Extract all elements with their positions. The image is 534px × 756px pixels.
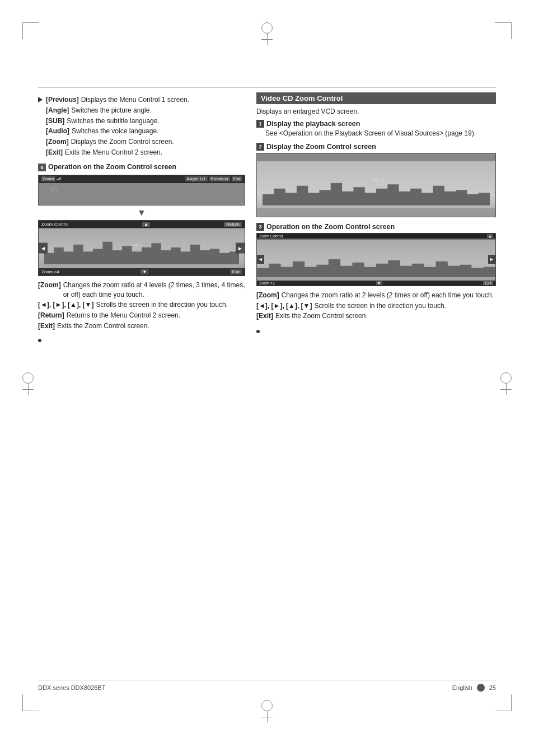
text-zoom-displays: Displays the Zoom Control screen.	[71, 137, 174, 147]
page: [Previous] Displays the Menu Control 1 s…	[0, 0, 534, 756]
s6-exit-key: [Exit]	[38, 321, 55, 331]
hand-cursor-zoom: ☜	[132, 240, 142, 253]
step3-up-btn[interactable]: ▲	[487, 234, 493, 238]
bullet-triangle	[38, 97, 43, 102]
step3-title: Operation on the Zoom Control screen	[266, 223, 395, 231]
s3-zoom-item: [Zoom] Changes the zoom ratio at 2 level…	[256, 291, 496, 300]
left-items-block: [Previous] Displays the Menu Control 1 s…	[46, 95, 189, 160]
s3-exit-key: [Exit]	[256, 311, 273, 321]
s3-arrows-key: [◄], [►], [▲], [▼]	[256, 301, 312, 311]
step3-zoom-x2: Zoom ×2	[259, 281, 275, 285]
left-bottom-bullet	[38, 335, 245, 344]
left-column: [Previous] Displays the Menu Control 1 s…	[38, 92, 245, 344]
zoom-ctrl-exit-btn[interactable]: Exit	[230, 269, 242, 274]
s6-return-key: [Return]	[38, 311, 64, 320]
item-exit-menu: [Exit] Exits the Menu Control 2 screen.	[46, 148, 189, 157]
zoom-ui-angle-btn[interactable]: Angle 1/1	[185, 176, 208, 181]
item-audio: [Audio] Switches the voice language.	[46, 127, 189, 136]
text-exit-menu: Exits the Menu Control 2 screen.	[65, 148, 162, 157]
step2-num: 2	[256, 143, 264, 151]
right-bottom-bullet	[256, 326, 496, 335]
s6-zoom-text: Changes the zoom ratio at 4 levels (2 ti…	[63, 281, 245, 300]
key-audio: [Audio]	[46, 127, 69, 136]
step1-header: 1 Display the playback screen	[256, 120, 496, 128]
footer-right: English 25	[452, 684, 496, 692]
zoom-ctrl-return-btn[interactable]: Return	[224, 222, 242, 227]
step3-exit-btn[interactable]: Exit	[483, 281, 493, 285]
zoom-ui-exit-btn-top[interactable]: Exit	[232, 176, 242, 181]
text-sub: Switches the subtitle language.	[67, 116, 159, 126]
step3-screenshot: Zoom Control ▲ ◄ ► Zoom ×2 ▼ Exit	[256, 233, 496, 286]
key-angle: [Angle]	[46, 106, 69, 115]
footer: DDX series DDX8026BT English 25	[38, 680, 496, 692]
zoom-ctrl-right-btn[interactable]: ►	[236, 242, 245, 253]
step3-down-btn[interactable]: ▼	[376, 281, 382, 285]
s6-return-item: [Return] Returns to the Menu Control 2 s…	[38, 311, 245, 320]
s6-return-text: Returns to the Menu Control 2 screen.	[67, 311, 180, 320]
item-sub: [SUB] Switches the subtitle language.	[46, 116, 189, 126]
zoom-ctrl-up-btn[interactable]: ▲	[142, 222, 150, 227]
item-previous: [Previous] Displays the Menu Control 1 s…	[46, 95, 189, 105]
s3-exit-item: [Exit] Exits the Zoom Control screen.	[256, 311, 496, 321]
step1-num: 1	[256, 120, 264, 128]
item-angle: [Angle] Switches the picture angle.	[46, 106, 189, 115]
zoom-control-screenshot: Zoom Control ▲ Return ◄ ► ☜ Zoom ×4	[38, 220, 245, 276]
arrow-down-indicator: ▼	[38, 208, 245, 218]
section6-items: [Zoom] Changes the zoom ratio at 4 level…	[38, 281, 245, 331]
right-column: Video CD Zoom Control Displays an enlarg…	[256, 92, 496, 344]
s6-exit-item: [Exit] Exits the Zoom Control screen.	[38, 321, 245, 331]
corner-mark-br	[495, 694, 512, 711]
s3-zoom-text: Changes the zoom ratio at 2 levels (2 ti…	[282, 291, 494, 300]
footer-language: English	[452, 684, 472, 691]
step1-text: See <Operation on the Playback Screen of…	[256, 129, 496, 138]
key-zoom-displays: [Zoom]	[46, 137, 69, 147]
item-zoom-displays: [Zoom] Displays the Zoom Control screen.	[46, 137, 189, 147]
zoom-ctrl-left-btn[interactable]: ◄	[39, 242, 48, 253]
s3-arrows-text: Scrolls the screen in the direction you …	[314, 301, 446, 311]
page-number: 25	[489, 684, 496, 691]
step3-header: 3 Operation on the Zoom Control screen	[256, 223, 496, 231]
step3-left-btn[interactable]: ◄	[257, 255, 264, 264]
step1-title: Display the playback screen	[266, 120, 360, 128]
s6-zoom-key: [Zoom]	[38, 281, 61, 300]
zoom-screenshot-top: Zoom 𝒹ℏ Angle 1/1 Previous Exit ☜	[38, 175, 245, 206]
zoom-ctrl-label: Zoom Control	[41, 222, 68, 227]
zoom-ctrl-down-btn[interactable]: ▼	[140, 269, 148, 274]
s6-arrows-key: [◄], [►], [▲], [▼]	[38, 300, 93, 310]
corner-mark-tr	[495, 22, 512, 39]
section6-title: Operation on the Zoom Control screen	[48, 163, 176, 171]
crosshair-right	[500, 372, 512, 384]
step2-hand-cursor: ☜	[371, 172, 384, 190]
step2-header: 2 Display the Zoom Control screen	[256, 143, 496, 151]
s3-zoom-key: [Zoom]	[256, 291, 279, 300]
s6-exit-text: Exits the Zoom Control screen.	[57, 321, 149, 331]
section6-num: 6	[38, 164, 46, 171]
crosshair-left	[22, 372, 34, 384]
key-exit-menu: [Exit]	[46, 148, 63, 157]
step3-zoom-ctrl-label: Zoom Control	[259, 234, 283, 238]
zoom-ui-zoom-label: Zoom	[41, 176, 55, 181]
step2-water	[257, 208, 495, 217]
key-sub: [SUB]	[46, 116, 64, 126]
step2-screenshot: ☜	[256, 153, 496, 217]
step3-right-btn[interactable]: ►	[488, 255, 495, 264]
content-area: [Previous] Displays the Menu Control 1 s…	[38, 87, 496, 672]
s6-arrows-text: Scrolls the screen in the direction you …	[96, 300, 227, 310]
s6-zoom-item: [Zoom] Changes the zoom ratio at 4 level…	[38, 281, 245, 300]
s3-arrows-item: [◄], [►], [▲], [▼] Scrolls the screen in…	[256, 301, 496, 311]
step3-items: [Zoom] Changes the zoom ratio at 2 level…	[256, 291, 496, 321]
corner-mark-bl	[22, 694, 39, 711]
text-audio: Switches the voice language.	[72, 127, 158, 136]
crosshair-bottom	[261, 700, 273, 711]
text-angle: Switches the picture angle.	[71, 106, 151, 115]
section6-header: 6 Operation on the Zoom Control screen	[38, 163, 245, 171]
s3-exit-text: Exits the Zoom Control screen.	[275, 311, 368, 321]
zoom-ctrl-zoom-x4: Zoom ×4	[41, 269, 59, 274]
zoom-ui-previous-btn[interactable]: Previous	[209, 176, 230, 181]
columns: [Previous] Displays the Menu Control 1 s…	[38, 92, 496, 344]
crosshair-top	[261, 22, 273, 34]
s6-arrows-item: [◄], [►], [▲], [▼] Scrolls the screen in…	[38, 300, 245, 310]
vcd-subtitle: Displays an enlarged VCD screen.	[256, 108, 496, 115]
vcd-header: Video CD Zoom Control	[256, 92, 496, 104]
step2-title: Display the Zoom Control screen	[266, 143, 376, 151]
